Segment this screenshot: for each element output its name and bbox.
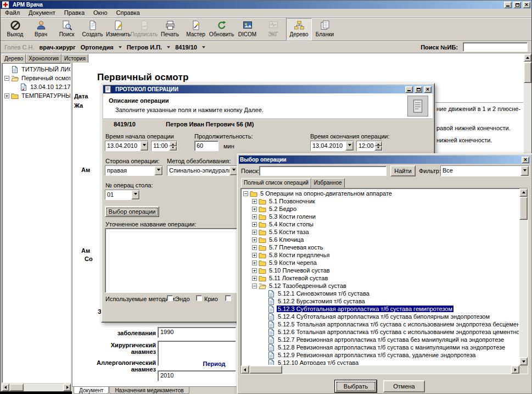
operation-tree-item-0[interactable]: −5 Операции на опорно-двигательном аппар…	[242, 190, 519, 197]
spin-up-button[interactable]	[374, 141, 382, 146]
case-search-input[interactable]	[463, 42, 528, 52]
spin-down-button[interactable]	[169, 146, 177, 151]
filter-combo[interactable]: Все	[440, 165, 529, 176]
operation-tab-1[interactable]: Избранное	[311, 178, 345, 188]
refined-name-textarea[interactable]	[105, 228, 238, 293]
toolbar-button-wizard[interactable]: Мастер	[183, 18, 209, 41]
sidebar-horizontal-scrollbar[interactable]	[2, 384, 71, 391]
collapse-icon[interactable]: −	[4, 76, 9, 81]
patient-selector[interactable]: Петров И.П.	[127, 44, 162, 51]
end-time-spinner[interactable]: 12:00	[356, 141, 383, 151]
operation-tree-item-9[interactable]: +5.9 Кости черепа	[242, 259, 519, 267]
operation-tree-item-15[interactable]: 5.12.3 Субтотальная артропластика т/б су…	[242, 305, 519, 313]
menu-item-2[interactable]: Правка	[60, 9, 89, 16]
cryo-checkbox[interactable]	[196, 295, 202, 301]
operation-tree-item-20[interactable]: 5.12.8 Ревизионная артропластика т/б сус…	[242, 343, 519, 351]
toolbar-button-forms[interactable]: Бланки	[312, 18, 338, 41]
operation-search-input[interactable]	[259, 166, 387, 176]
document-bottom-tab-1[interactable]: Назначения медикаментов	[109, 387, 189, 394]
scrollbar-thumb[interactable]	[519, 197, 528, 220]
dropdown-icon[interactable]	[520, 166, 529, 176]
operation-tree-item-17[interactable]: 5.12.5 Тотальная артропластика т/б суста…	[242, 320, 519, 328]
toolbar-button-exit[interactable]: Выход	[2, 18, 28, 41]
sidebar-tree-item-1[interactable]: −Первичный осмотр	[3, 74, 70, 82]
close-button[interactable]	[522, 157, 529, 163]
operation-tree-item-2[interactable]: +5.2 Бедро	[242, 205, 519, 213]
scroll-up-button[interactable]	[524, 54, 531, 62]
toolbar-button-tree[interactable]: Дерево	[286, 18, 312, 41]
operation-dialog-titlebar[interactable]: Выбор операции	[239, 156, 530, 164]
expand-icon[interactable]: +	[252, 245, 257, 250]
toolbar-button-edit-document[interactable]: Изменить	[105, 18, 131, 41]
operation-tree-item-7[interactable]: +5.7 Плечевая кость	[242, 243, 519, 251]
sidebar-tab-0[interactable]: Дерево	[2, 54, 26, 63]
expand-icon[interactable]: +	[252, 199, 257, 204]
find-button[interactable]: Найти	[390, 165, 416, 176]
toolbar-button-search[interactable]: Поиск	[54, 18, 80, 41]
menu-item-0[interactable]: Файл	[1, 9, 24, 16]
scrollbar-thumb[interactable]	[249, 365, 282, 374]
expand-icon[interactable]: +	[252, 214, 257, 219]
scrollbar-thumb[interactable]	[524, 62, 531, 83]
case-selector[interactable]: 8419/10	[175, 44, 197, 51]
anesthesia-combo[interactable]: Спинально-эпидуральная	[167, 165, 238, 176]
scrollbar-thumb[interactable]	[9, 384, 24, 391]
toolbar-button-refresh[interactable]: Обновить	[209, 18, 234, 41]
dropdown-icon[interactable]	[345, 141, 354, 151]
operation-tree-item-16[interactable]: 5.12.4 Субтотальная артропластика т/б су…	[242, 313, 519, 320]
operation-tree-item-6[interactable]: +5.6 Ключица	[242, 236, 519, 243]
scroll-down-button[interactable]	[519, 357, 528, 365]
expand-icon[interactable]: +	[252, 230, 257, 235]
period-input[interactable]: 2010	[158, 370, 236, 381]
operation-tree-item-4[interactable]: +5.4 Кости стопы	[242, 220, 519, 228]
collapse-icon[interactable]: −	[252, 284, 257, 288]
scroll-left-button[interactable]	[241, 365, 249, 374]
cancel-button[interactable]: Отмена	[383, 380, 425, 392]
scroll-right-button[interactable]	[511, 365, 519, 374]
tree-vertical-scrollbar[interactable]	[519, 188, 528, 374]
sidebar-tree-item-2[interactable]: 13.04.10 12:17	[3, 82, 70, 91]
collapse-icon[interactable]: −	[243, 191, 248, 196]
sidebar-tree-item-0[interactable]: ТИТУЛЬНЫЙ ЛИСТ	[3, 65, 70, 74]
scrollbar-track[interactable]	[282, 365, 511, 374]
dropdown-icon[interactable]	[131, 190, 139, 199]
tree-horizontal-scrollbar[interactable]	[241, 365, 519, 374]
select-operation-button[interactable]: Выбор операции	[105, 206, 159, 217]
operation-tree-item-22[interactable]: 5.12.10 Артродез т/б сустава	[242, 359, 519, 365]
expand-icon[interactable]: +	[252, 253, 257, 258]
duration-input[interactable]: 60	[194, 141, 219, 151]
sidebar-tree-item-3[interactable]: +ТЕМПЕРАТУРНЫЙ ЛИСТ	[3, 91, 70, 100]
table-number-combo[interactable]: 01	[105, 190, 140, 200]
close-button[interactable]	[424, 86, 432, 93]
operation-tree-item-10[interactable]: +5.10 Плечевой сустав	[242, 267, 519, 274]
chevron-down-icon[interactable]	[202, 46, 205, 48]
menu-item-3[interactable]: Окно	[89, 9, 112, 16]
window-titlebar[interactable]: АРМ Врача	[1, 1, 531, 9]
operation-tree-item-13[interactable]: 5.12.1 Синовэктомия т/б сустава	[242, 290, 519, 297]
expand-icon[interactable]: +	[252, 276, 257, 281]
side-combo[interactable]: правая	[105, 165, 163, 176]
sidebar-tab-2[interactable]: История	[61, 54, 88, 63]
expand-icon[interactable]: +	[4, 93, 9, 98]
menu-item-4[interactable]: Справка	[112, 9, 144, 16]
scroll-left-button[interactable]	[2, 384, 9, 391]
scrollbar-track[interactable]	[24, 384, 63, 391]
third-method-checkbox[interactable]	[225, 295, 231, 301]
chevron-down-icon[interactable]	[167, 46, 170, 48]
toolbar-button-sign[interactable]: Подписать	[131, 18, 157, 41]
operation-tab-0[interactable]: Полный список операций	[241, 178, 311, 188]
chevron-down-icon[interactable]	[119, 46, 122, 48]
maximize-button[interactable]	[513, 2, 521, 8]
disease-year-input[interactable]: 1990	[158, 327, 236, 338]
expand-icon[interactable]: +	[252, 268, 257, 273]
expand-icon[interactable]: +	[252, 207, 257, 212]
start-date-picker[interactable]: 13.04.2010	[105, 141, 149, 151]
select-button[interactable]: Выбрать	[335, 380, 377, 392]
endo-checkbox[interactable]	[167, 295, 173, 301]
spin-up-button[interactable]	[169, 141, 177, 146]
dropdown-icon[interactable]	[154, 166, 163, 175]
operation-tree-item-12[interactable]: −5.12 Тазобедренный сустав	[242, 282, 519, 290]
spin-down-button[interactable]	[374, 146, 382, 151]
end-date-picker[interactable]: 13.04.2010	[310, 141, 354, 151]
menu-item-1[interactable]: Документ	[24, 9, 60, 16]
